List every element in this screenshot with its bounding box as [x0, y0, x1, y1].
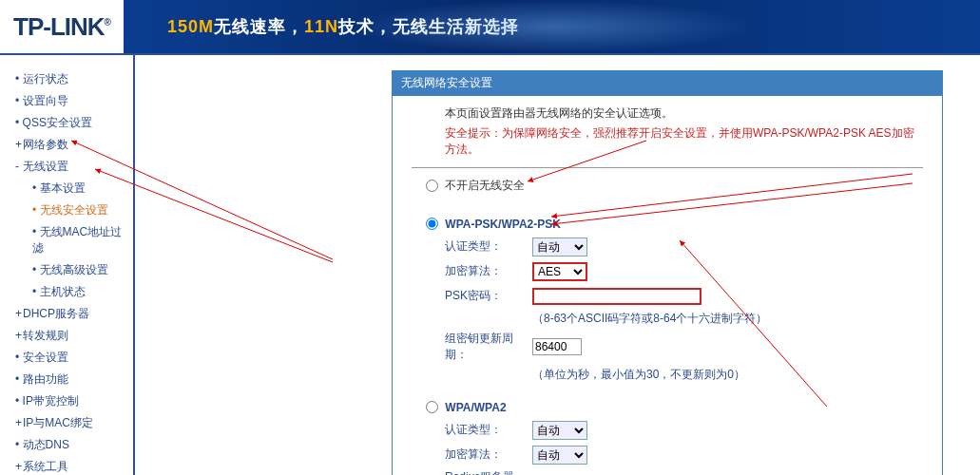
hint-interval: （单位为秒，最小值为30，不更新则为0） [532, 367, 923, 383]
select-auth-type[interactable]: 自动 [532, 238, 587, 256]
label-auth-type-2: 认证类型： [445, 422, 532, 438]
nav-wireless-basic[interactable]: 基本设置 [32, 178, 133, 200]
nav-system[interactable]: +系统工具 [15, 456, 133, 475]
nav-security[interactable]: 安全设置 [15, 347, 133, 369]
label-psk-pwd: PSK密码： [445, 288, 532, 304]
nav-network-params[interactable]: +网络参数 [15, 134, 133, 156]
label-enc-algo-2: 加密算法： [445, 446, 532, 463]
brand-logo: TP-LINK® [0, 12, 110, 42]
radio-wpapsk[interactable] [426, 218, 438, 230]
option-wpapsk[interactable]: WPA-PSK/WPA2-PSK [426, 217, 923, 231]
radio-wpa[interactable] [426, 401, 438, 413]
label-wpa: WPA/WPA2 [445, 401, 506, 414]
input-group-key-interval[interactable] [532, 338, 582, 355]
input-psk-password[interactable] [532, 288, 701, 305]
panel-title: 无线网络安全设置 [392, 70, 943, 96]
main-content: 无线网络安全设置 本页面设置路由器无线网络的安全认证选项。 安全提示：为保障网络… [135, 55, 980, 475]
label-auth-type: 认证类型： [445, 238, 532, 255]
label-radius-ip: Radius服务器IP： [445, 469, 532, 475]
option-no-security[interactable]: 不开启无线安全 [426, 178, 923, 194]
banner-tagline: 150M无线速率，11N技术，无线生活新选择 [167, 15, 519, 38]
nav-qos[interactable]: IP带宽控制 [15, 390, 133, 412]
hint-psk: （8-63个ASCII码字符或8-64个十六进制字符） [532, 311, 923, 327]
label-no-security: 不开启无线安全 [445, 179, 525, 192]
option-wpa[interactable]: WPA/WPA2 [426, 400, 923, 414]
select-enc-algo[interactable]: AES [532, 262, 587, 281]
intro-warning: 安全提示：为保障网络安全，强烈推荐开启安全设置，并使用WPA-PSK/WPA2-… [445, 125, 923, 158]
select-enc-algo-2[interactable]: 自动 [532, 446, 587, 465]
wireless-security-panel: 无线网络安全设置 本页面设置路由器无线网络的安全认证选项。 安全提示：为保障网络… [392, 70, 943, 475]
nav-wireless-security[interactable]: 无线安全设置 [32, 200, 133, 221]
nav-wireless[interactable]: -无线设置 [15, 156, 133, 178]
nav-ipmac[interactable]: +IP与MAC绑定 [15, 412, 133, 434]
nav-wizard[interactable]: 设置向导 [15, 90, 133, 112]
nav-wireless-advanced[interactable]: 无线高级设置 [32, 259, 133, 281]
nav-wireless-mac[interactable]: 无线MAC地址过滤 [32, 221, 133, 259]
intro-text: 本页面设置路由器无线网络的安全认证选项。 [445, 105, 923, 122]
radio-no-security[interactable] [426, 180, 438, 192]
label-wpapsk: WPA-PSK/WPA2-PSK [445, 218, 561, 231]
label-group-key-interval: 组密钥更新周期： [445, 331, 532, 363]
label-enc-algo: 加密算法： [445, 263, 532, 279]
sidebar-nav: 运行状态 设置向导 QSS安全设置 +网络参数 -无线设置 基本设置 无线安全设… [0, 55, 133, 475]
nav-qss[interactable]: QSS安全设置 [15, 112, 133, 134]
nav-routing[interactable]: 路由功能 [15, 369, 133, 390]
nav-ddns[interactable]: 动态DNS [15, 434, 133, 456]
nav-dhcp[interactable]: +DHCP服务器 [15, 303, 133, 325]
nav-status[interactable]: 运行状态 [15, 68, 133, 90]
nav-wireless-host[interactable]: 主机状态 [32, 281, 133, 303]
select-auth-type-2[interactable]: 自动 [532, 421, 587, 440]
nav-forward[interactable]: +转发规则 [15, 325, 133, 347]
header-banner: TP-LINK® 150M无线速率，11N技术，无线生活新选择 [0, 0, 980, 55]
